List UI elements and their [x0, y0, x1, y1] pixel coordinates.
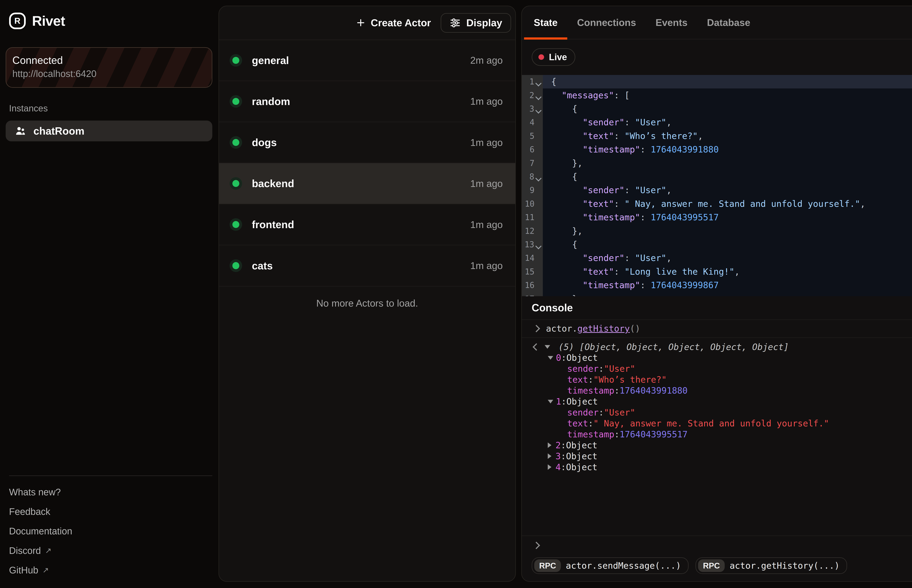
punctuation: :	[614, 386, 620, 396]
tab-connections[interactable]: Connections	[567, 6, 646, 39]
actor-row[interactable]: cats1m ago	[219, 245, 515, 286]
token-key: "timestamp"	[583, 144, 640, 155]
gutter-line: 16	[522, 278, 542, 292]
property-value: 1764043995517	[620, 429, 688, 439]
fold-toggle-icon[interactable]	[535, 175, 542, 181]
sidebar-footer: Whats new?FeedbackDocumentationDiscord↗G…	[0, 475, 212, 580]
actor-row[interactable]: dogs1m ago	[219, 122, 515, 163]
sidebar-item-chatroom[interactable]: chatRoom	[6, 121, 212, 141]
fold-toggle-icon[interactable]	[535, 80, 542, 86]
display-button[interactable]: Display	[441, 13, 511, 33]
console-property-row: text: " Nay, answer me. Stand and unfold…	[522, 418, 912, 429]
code-line: "sender": "User",	[551, 116, 912, 129]
token-pun	[551, 185, 583, 195]
tab-state[interactable]: State	[524, 6, 567, 39]
property-key: sender	[567, 363, 599, 374]
fold-toggle-icon[interactable]	[535, 94, 542, 100]
status-dot-icon	[232, 57, 239, 64]
triangle-open-icon[interactable]	[545, 345, 550, 349]
link-label: Whats new?	[9, 486, 61, 498]
status-dot-icon	[232, 262, 239, 269]
token-key: "timestamp"	[583, 280, 640, 290]
actor-row[interactable]: general2m ago	[219, 40, 515, 81]
link-label: Documentation	[9, 526, 73, 536]
object-label: Object	[566, 440, 597, 450]
punctuation: :	[561, 396, 567, 407]
sidebar-link-github[interactable]: GitHub↗	[9, 560, 212, 580]
sidebar-link-discord[interactable]: Discord↗	[9, 541, 212, 560]
console-object-row[interactable]: 4: Object	[522, 462, 912, 473]
rpc-chip[interactable]: RPCactor.getHistory(...)	[696, 557, 847, 574]
punctuation: :	[561, 462, 566, 472]
token-pun: :	[640, 212, 651, 222]
fold-toggle-icon[interactable]	[535, 107, 542, 114]
triangle-closed-icon[interactable]	[548, 443, 551, 448]
triangle-open-icon[interactable]	[548, 400, 553, 404]
actor-row[interactable]: frontend1m ago	[219, 204, 515, 245]
actor-row[interactable]: random1m ago	[219, 81, 515, 122]
console-result-summary[interactable]: (5) [Object, Object, Object, Object, Obj…	[522, 341, 912, 352]
token-pun	[551, 267, 583, 277]
link-label: GitHub	[9, 565, 38, 576]
token-pun: ,	[698, 131, 703, 141]
actor-time: 1m ago	[470, 219, 503, 230]
console-property-row: text: "Who’s there?"	[522, 374, 912, 385]
brand-name: Rivet	[32, 13, 65, 29]
property-value: " Nay, answer me. Stand and unfold yours…	[593, 418, 829, 428]
property-key: sender	[567, 407, 599, 417]
token-pun: }	[551, 294, 578, 296]
instances-label: Instances	[9, 103, 218, 114]
console-object-row[interactable]: 1: Object	[522, 396, 912, 407]
token-pun: },	[551, 226, 583, 236]
gutter-line: 5	[522, 129, 542, 143]
punctuation: :	[599, 407, 604, 417]
console-input[interactable]	[522, 535, 912, 555]
token-key: "text"	[583, 199, 614, 209]
line-number: 3	[529, 104, 534, 113]
state-code-editor[interactable]: 1234567891011121314151617 { "messages": …	[522, 75, 912, 296]
console-header[interactable]: Console	[522, 296, 912, 320]
line-number: 4	[530, 118, 534, 127]
code-line: {	[543, 75, 912, 89]
tab-events[interactable]: Events	[646, 6, 697, 39]
triangle-closed-icon[interactable]	[548, 453, 551, 459]
punctuation: :	[561, 353, 567, 363]
console-property-row: sender: "User"	[522, 363, 912, 374]
state-toolbar: Live	[522, 39, 912, 75]
token-pun	[551, 280, 583, 290]
rpc-chip[interactable]: RPCactor.sendMessage(...)	[532, 557, 689, 574]
fold-toggle-icon[interactable]	[535, 243, 542, 249]
sidebar-link-whats-new[interactable]: Whats new?	[9, 482, 212, 502]
object-index: 4	[555, 462, 561, 472]
code-line: "sender": "User",	[551, 184, 912, 197]
actor-list-panel: Create Actor Display general2m agorandom…	[218, 6, 516, 582]
token-pun	[551, 131, 583, 141]
sidebar-link-feedback[interactable]: Feedback	[9, 502, 212, 522]
token-key: "messages"	[562, 90, 614, 100]
token-pun: :	[640, 144, 651, 155]
punctuation: :	[561, 440, 566, 450]
status-dot-icon	[232, 139, 239, 146]
triangle-closed-icon[interactable]	[548, 464, 551, 470]
sidebar-link-documentation[interactable]: Documentation	[9, 521, 212, 541]
object-label: Object	[567, 396, 598, 407]
console-object-row[interactable]: 3: Object	[522, 451, 912, 462]
gutter-line: 13	[522, 237, 542, 251]
actor-row[interactable]: backend1m ago	[219, 163, 515, 204]
gutter-line: 8	[522, 170, 542, 183]
line-number: 8	[529, 172, 534, 181]
console-object-row[interactable]: 2: Object	[522, 440, 912, 451]
token-pun: ,	[666, 253, 671, 263]
object-index: 2	[555, 440, 561, 450]
line-number: 16	[525, 281, 534, 290]
token-pun: : [	[614, 90, 630, 100]
actor-name: cats	[252, 260, 273, 272]
live-badge[interactable]: Live	[532, 48, 575, 66]
create-actor-button[interactable]: Create Actor	[347, 13, 439, 33]
plus-icon	[355, 18, 366, 28]
console-object-row[interactable]: 0: Object	[522, 352, 912, 363]
triangle-open-icon[interactable]	[548, 356, 553, 360]
tab-database[interactable]: Database	[697, 6, 760, 39]
actor-time: 1m ago	[470, 260, 503, 271]
gutter-line: 12	[522, 224, 542, 237]
